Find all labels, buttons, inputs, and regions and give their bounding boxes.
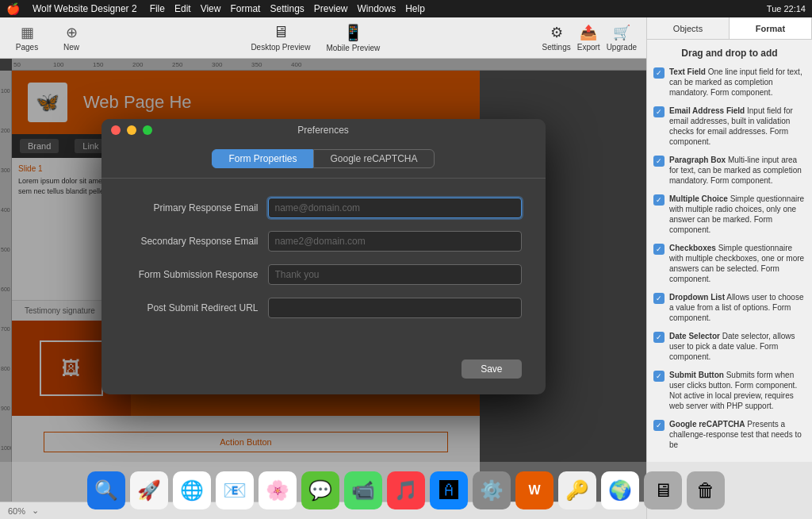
dialog-title-bar: Preferences <box>102 119 546 141</box>
mobile-preview-button[interactable]: 📱 Mobile Preview <box>326 23 380 52</box>
dock-trash[interactable]: 🗑 <box>687 471 725 509</box>
dock-facetime[interactable]: 📹 <box>344 471 382 509</box>
component-text-field-desc: Text Field One line input field for text… <box>669 67 806 98</box>
export-label: Export <box>577 43 600 52</box>
component-recaptcha[interactable]: Google reCAPTCHA Presents a challenge-re… <box>653 419 806 450</box>
right-panel-tabs: Objects Format <box>647 17 812 40</box>
mobile-icon: 📱 <box>343 23 363 42</box>
component-date-selector-desc: Date Selector Date selector, allows user… <box>669 331 806 362</box>
form-submission-label: Form Submission Response <box>125 269 268 280</box>
dialog-body: Primary Response Email Secondary Respons… <box>102 179 546 350</box>
checkbox-email-field[interactable] <box>653 106 665 117</box>
dock-launchpad[interactable]: 🚀 <box>130 471 168 509</box>
checkbox-paragraph[interactable] <box>653 156 665 167</box>
dialog-tabs: Form Properties Google reCAPTCHA <box>102 141 546 179</box>
secondary-email-input[interactable] <box>268 231 522 252</box>
minimize-button[interactable] <box>127 125 136 135</box>
component-email-field[interactable]: Email Address Field Input field for emai… <box>653 106 806 147</box>
checkbox-dropdown[interactable] <box>653 293 665 304</box>
new-button[interactable]: ⊕ New <box>54 22 89 54</box>
component-email-field-desc: Email Address Field Input field for emai… <box>669 106 806 147</box>
menu-items: File Edit View Format Settings Preview W… <box>150 3 425 14</box>
checkbox-submit-button[interactable] <box>653 371 665 382</box>
component-checkboxes[interactable]: Checkboxes Simple questionnaire with mul… <box>653 243 806 284</box>
menu-format[interactable]: Format <box>230 3 260 14</box>
dock: 🔍 🚀 🌐 📧 🌸 💬 📹 🎵 🅰 ⚙️ W 🔑 🌍 🖥 🗑 <box>0 462 812 519</box>
dock-messages[interactable]: 💬 <box>301 471 339 509</box>
menu-settings[interactable]: Settings <box>270 3 304 14</box>
export-button[interactable]: 📤 Export <box>577 24 600 52</box>
component-checkboxes-desc: Checkboxes Simple questionnaire with mul… <box>669 243 806 284</box>
checkbox-date-selector[interactable] <box>653 332 665 343</box>
preferences-dialog: Preferences Form Properties Google reCAP… <box>102 119 546 394</box>
secondary-email-field: Secondary Response Email <box>125 231 522 252</box>
tab-objects[interactable]: Objects <box>647 17 730 39</box>
menu-help[interactable]: Help <box>405 3 425 14</box>
dock-system-prefs[interactable]: ⚙️ <box>473 471 511 509</box>
form-submission-field: Form Submission Response <box>125 264 522 285</box>
export-icon: 📤 <box>580 24 597 41</box>
dialog-overlay: Preferences Form Properties Google reCAP… <box>0 59 646 502</box>
component-multiple-choice[interactable]: Multiple Choice Simple questionnaire wit… <box>653 194 806 235</box>
menu-edit[interactable]: Edit <box>174 3 191 14</box>
apple-menu[interactable]: 🍎 <box>6 2 20 15</box>
menu-bar-right: Tue 22:14 <box>767 4 806 13</box>
dialog-footer: Save <box>102 350 546 394</box>
form-submission-input[interactable] <box>268 264 522 285</box>
dock-safari[interactable]: 🌐 <box>173 471 211 509</box>
toolbar-right: ⚙ Settings 📤 Export 🛒 Upgrade <box>542 24 637 52</box>
secondary-email-label: Secondary Response Email <box>125 236 268 247</box>
redirect-url-label: Post Submit Redirect URL <box>125 302 268 313</box>
dock-finder[interactable]: 🔍 <box>87 471 125 509</box>
tab-form-properties[interactable]: Form Properties <box>212 149 313 168</box>
drag-drop-label: Drag and drop to add <box>653 48 806 59</box>
tab-google-recaptcha[interactable]: Google reCAPTCHA <box>313 149 434 168</box>
settings-label: Settings <box>542 43 571 52</box>
primary-email-field: Primary Response Email <box>125 198 522 218</box>
checkbox-checkboxes[interactable] <box>653 244 665 255</box>
maximize-button[interactable] <box>143 125 152 135</box>
component-recaptcha-desc: Google reCAPTCHA Presents a challenge-re… <box>669 419 806 450</box>
menu-view[interactable]: View <box>201 3 221 14</box>
dock-storage[interactable]: 🖥 <box>644 471 682 509</box>
component-submit-button-desc: Submit Button Submits form when user cli… <box>669 370 806 411</box>
pages-label: Pages <box>16 43 38 52</box>
upgrade-button[interactable]: 🛒 Upgrade <box>607 24 637 52</box>
redirect-url-input[interactable] <box>268 298 522 318</box>
desktop-preview-label: Desktop Preview <box>251 43 310 52</box>
tab-format[interactable]: Format <box>730 17 812 39</box>
checkbox-multiple-choice[interactable] <box>653 194 665 206</box>
toolbar-center: 🖥 Desktop Preview 📱 Mobile Preview <box>251 23 380 52</box>
component-submit-button[interactable]: Submit Button Submits form when user cli… <box>653 370 806 411</box>
dock-music[interactable]: 🎵 <box>387 471 425 509</box>
component-text-field[interactable]: Text Field One line input field for text… <box>653 67 806 98</box>
menu-file[interactable]: File <box>150 3 165 14</box>
checkbox-recaptcha[interactable] <box>653 420 665 431</box>
component-paragraph-desc: Paragraph Box Multi-line input area for … <box>669 155 806 186</box>
desktop-preview-button[interactable]: 🖥 Desktop Preview <box>251 23 310 52</box>
right-panel: Objects Format Drag and drop to add Text… <box>646 17 812 519</box>
desktop-icon: 🖥 <box>273 23 289 41</box>
menu-preview[interactable]: Preview <box>314 3 348 14</box>
dock-keychain[interactable]: 🔑 <box>558 471 596 509</box>
primary-email-input[interactable] <box>268 198 522 218</box>
component-paragraph[interactable]: Paragraph Box Multi-line input area for … <box>653 155 806 186</box>
new-label: New <box>63 43 79 52</box>
settings-button[interactable]: ⚙ Settings <box>542 24 571 52</box>
dock-mail[interactable]: 📧 <box>216 471 254 509</box>
right-panel-content: Drag and drop to add Text Field One line… <box>647 40 812 466</box>
save-button[interactable]: Save <box>462 359 521 379</box>
dock-photos[interactable]: 🌸 <box>259 471 297 509</box>
dock-wolf[interactable]: W <box>515 471 553 509</box>
pages-button[interactable]: ▦ Pages <box>10 22 44 54</box>
component-multiple-choice-desc: Multiple Choice Simple questionnaire wit… <box>669 194 806 235</box>
close-button[interactable] <box>111 125 121 135</box>
checkbox-text-field[interactable] <box>653 67 665 79</box>
dock-chrome[interactable]: 🌍 <box>601 471 639 509</box>
upgrade-icon: 🛒 <box>613 24 630 41</box>
clock: Tue 22:14 <box>767 4 806 13</box>
component-date-selector[interactable]: Date Selector Date selector, allows user… <box>653 331 806 362</box>
component-dropdown[interactable]: Dropdown List Allows user to choose a va… <box>653 292 806 323</box>
menu-windows[interactable]: Windows <box>358 3 396 14</box>
dock-appstore[interactable]: 🅰 <box>430 471 468 509</box>
